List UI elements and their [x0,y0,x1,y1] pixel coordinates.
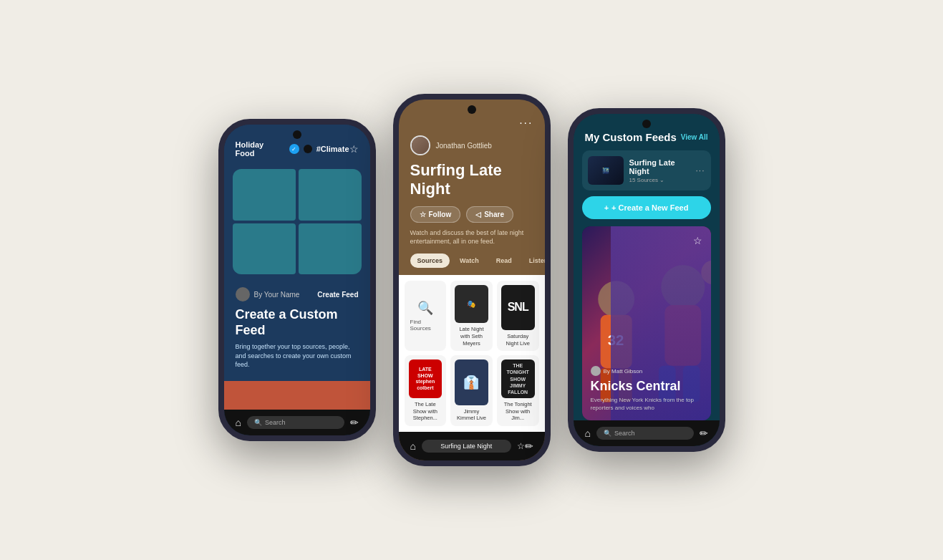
check-mark: ✓ [291,146,296,153]
edit-icon-p2[interactable]: ✏ [525,440,533,452]
share-button[interactable]: ◁ Share [466,206,513,223]
search-icon-p3: 🔍 [604,430,611,437]
share-label: Share [484,211,504,218]
verified-icon: ✓ [289,144,299,154]
grid-cell-4 [299,223,362,275]
profile-avatar [410,135,430,155]
holiday-food-tag[interactable]: Holiday Food [236,140,285,158]
tonight-img: THETONIGHTSHOWJIMMYFALLON [501,359,535,397]
feed-thumb-img: 🌃 [588,156,624,185]
phone-3-nav: ⌂ 🔍 Search ✏ [574,420,720,446]
tab-watch[interactable]: Watch [453,254,486,268]
feed-more-dots[interactable]: ··· [695,165,705,175]
search-placeholder-p3: Search [614,430,635,437]
source-card-colbert[interactable]: LATESHOWstephencolbert The Late Show wit… [405,355,447,426]
create-custom-feed-title: Create a Custom Feed [236,307,359,338]
header-left: Holiday Food ✓ #Climate [236,140,349,158]
create-feed-desc: Bring together your top sources, people,… [236,342,359,370]
surfing-feed-title: Surfing Late Night [629,158,690,175]
home-icon[interactable]: ⌂ [236,417,241,428]
dots-menu-icon[interactable]: ··· [519,117,533,130]
knicks-card-content: By Matt Gibson Knicks Central Everything… [591,366,702,412]
phone-2: ··· Jonathan Gottlieb Surfing Late Night… [393,94,551,466]
star-nav-icon[interactable]: ☆ [517,441,525,451]
phone-2-screen: ··· Jonathan Gottlieb Surfing Late Night… [399,100,545,460]
create-new-feed-button[interactable]: + + Create a New Feed [582,196,711,219]
kimmel-img: 👔 [455,359,488,405]
snl-label: Saturday Night Live [501,333,535,347]
create-feed-link[interactable]: Create Feed [317,291,358,299]
nav-center-label: Surfing Late Night [440,443,492,450]
find-sources-label: Find Sources [410,319,441,332]
grid-cell-3 [233,223,296,275]
grid-cell-2 [299,169,362,221]
feed-info: Surfing Late Night 15 Sources ⌄ [629,158,690,183]
source-card-kimmel[interactable]: 👔 Jimmy Kimmel Live [450,355,493,426]
source-card-seth-meyers[interactable]: 🎭 Late Night with Seth Meyers [450,281,493,352]
nav-center-pill: Surfing Late Night [422,440,511,453]
my-custom-feeds-title: My Custom Feeds [585,131,677,143]
colbert-img: LATESHOWstephencolbert [409,359,443,397]
action-buttons: ☆ Follow ◁ Share [399,203,545,228]
content-tabs: Sources Watch Read Listen Look [399,254,545,275]
home-icon-p3[interactable]: ⌂ [585,428,591,439]
follow-label: Follow [429,211,452,218]
view-all-link[interactable]: View All [681,133,708,141]
search-bar-p3[interactable]: 🔍 Search [596,427,694,440]
phone-1-screen: Holiday Food ✓ #Climate ☆ [224,125,370,435]
sources-grid: 🔍 Find Sources 🎭 Late Night with Seth Me… [399,275,545,432]
grid-cell-1 [233,169,296,221]
star-icon[interactable]: ☆ [349,143,359,155]
seth-meyers-label: Late Night with Seth Meyers [455,326,488,347]
knicks-desc: Everything New York Knicks from the top … [591,397,702,412]
author-avatar [591,366,601,376]
feed-thumbnail: 🌃 [588,156,624,185]
tonight-label: The Tonight Show with Jim... [501,401,535,422]
search-placeholder: Search [265,419,286,426]
source-card-tonight[interactable]: THETONIGHTSHOWJIMMYFALLON The Tonight Sh… [497,355,539,426]
sources-count-text: 15 Sources [629,177,658,183]
star-icon-follow: ☆ [420,211,426,218]
tab-read[interactable]: Read [489,254,519,268]
feed-sources-count: 15 Sources ⌄ [629,177,690,183]
by-name-text: By Your Name [254,291,300,299]
feed-title-large: Surfing Late Night [399,158,545,203]
search-bar[interactable]: 🔍 Search [247,416,344,429]
climate-hashtag[interactable]: #Climate [316,145,349,153]
star-overlay-icon[interactable]: ☆ [693,235,702,246]
tab-listen[interactable]: Listen [522,254,545,268]
chevron-down-icon: ⌄ [659,177,664,183]
source-card-snl[interactable]: SNL Saturday Night Live [497,281,539,352]
grid-area [224,163,370,280]
follow-button[interactable]: ☆ Follow [410,206,461,223]
dot-divider [304,145,312,153]
phone-1-nav: ⌂ 🔍 Search ✏ [224,410,370,435]
edit-icon-p3[interactable]: ✏ [700,428,708,439]
knicks-central-card[interactable]: 32 By Matt Gibson Knicks Central Everyth… [582,226,711,420]
share-icon: ◁ [475,211,481,218]
surfing-feed-card[interactable]: 🌃 Surfing Late Night 15 Sources ⌄ ··· [582,150,711,190]
snl-img: SNL [501,285,535,330]
edit-icon[interactable]: ✏ [350,417,359,428]
knicks-byline: By Matt Gibson [591,366,702,376]
search-icon-sources: 🔍 [417,300,433,316]
avatar-inner [412,137,429,154]
phone-2-notch [468,105,476,114]
phone-3-notch [642,120,651,128]
home-icon-p2[interactable]: ⌂ [410,440,416,452]
create-feed-label: + Create a New Feed [611,203,688,212]
profile-row: Jonathan Gottlieb [399,130,545,158]
phone-1: Holiday Food ✓ #Climate ☆ [218,119,376,441]
phone-2-nav: ⌂ Surfing Late Night ☆ ✏ [399,432,545,460]
search-icon: 🔍 [254,419,262,426]
find-sources-card[interactable]: 🔍 Find Sources [405,281,447,352]
bottom-bar-decoration [224,381,370,410]
kimmel-label: Jimmy Kimmel Live [455,408,488,423]
avatar-small [236,287,250,301]
phone-1-notch [293,130,301,139]
by-name-row: By Your Name Create Feed [236,287,359,301]
plus-icon: + [604,203,609,212]
phone-3-screen: My Custom Feeds View All 🌃 Surfing Late … [574,114,720,446]
image-grid [233,169,362,274]
tab-sources[interactable]: Sources [410,254,450,268]
